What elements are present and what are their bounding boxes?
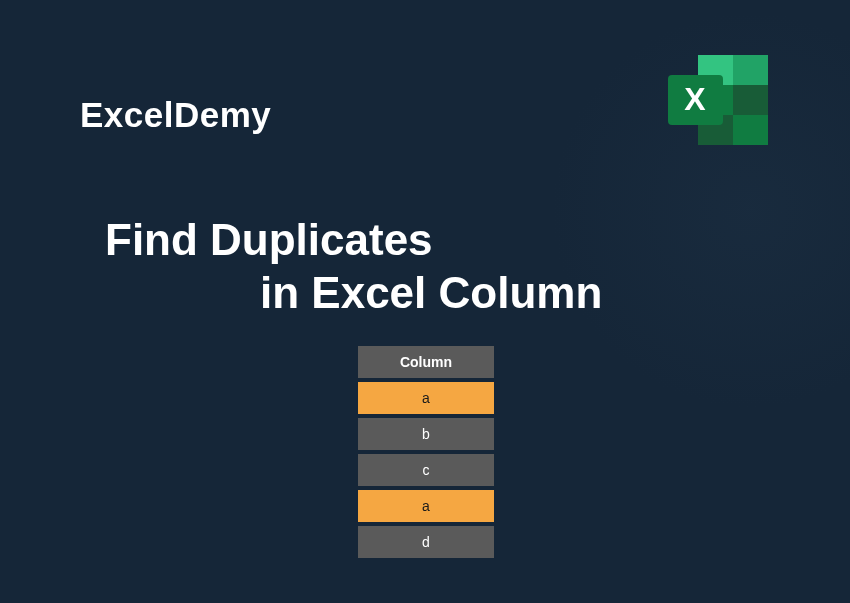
example-table: Column a b c a d: [357, 345, 495, 559]
table-row: b: [357, 417, 495, 451]
table-row: a: [357, 381, 495, 415]
table-row: c: [357, 453, 495, 487]
svg-rect-2: [733, 55, 768, 85]
excel-icon: X: [663, 50, 773, 154]
table-row: a: [357, 489, 495, 523]
table-row: d: [357, 525, 495, 559]
svg-rect-6: [733, 115, 768, 145]
table-header: Column: [357, 345, 495, 379]
svg-rect-4: [733, 85, 768, 115]
page-title-line1: Find Duplicates: [105, 215, 433, 265]
page-title-line2: in Excel Column: [260, 268, 602, 318]
svg-text:X: X: [684, 81, 706, 117]
brand-logo: ExcelDemy: [80, 95, 271, 135]
